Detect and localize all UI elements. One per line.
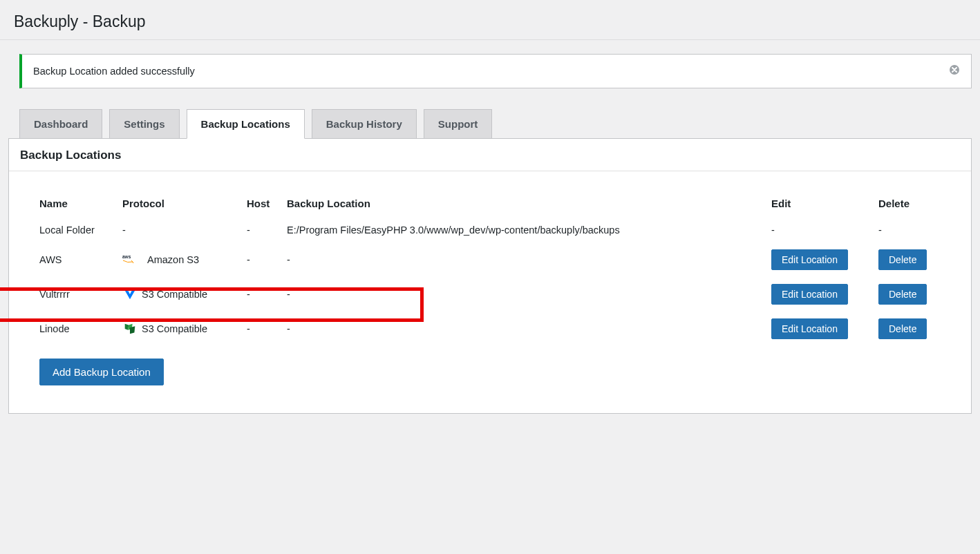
page-title: Backuply - Backup: [0, 0, 980, 39]
cell-host: -: [247, 312, 287, 346]
cell-location: -: [287, 277, 771, 312]
cell-edit: -: [771, 218, 878, 242]
panel-heading: Backup Locations: [9, 139, 971, 171]
cell-host: -: [247, 218, 287, 242]
cell-delete: -: [878, 218, 941, 242]
tab-dashboard[interactable]: Dashboard: [19, 109, 102, 139]
col-location: Backup Location: [287, 192, 771, 218]
cell-edit: Edit Location: [771, 312, 878, 346]
cell-delete: Delete: [878, 277, 941, 312]
col-host: Host: [247, 192, 287, 218]
locations-table: Name Protocol Host Backup Location Edit …: [39, 192, 941, 346]
col-delete: Delete: [878, 192, 941, 218]
edit-location-button[interactable]: Edit Location: [771, 284, 848, 305]
vultr-icon: [122, 287, 138, 302]
delete-button[interactable]: Delete: [878, 318, 927, 339]
close-icon[interactable]: [949, 64, 960, 78]
cell-location: -: [287, 312, 771, 346]
delete-button[interactable]: Delete: [878, 249, 927, 270]
backup-locations-panel: Backup Locations Name Protocol Host Back…: [8, 138, 972, 414]
cell-delete: Delete: [878, 242, 941, 277]
cell-protocol: aws Amazon S3: [122, 242, 247, 277]
cell-delete: Delete: [878, 312, 941, 346]
delete-button[interactable]: Delete: [878, 284, 927, 305]
cell-protocol: -: [122, 218, 247, 242]
table-row: Linode S3 Compatible - - Edit Location D…: [39, 312, 941, 346]
edit-location-button[interactable]: Edit Location: [771, 318, 848, 339]
tab-settings[interactable]: Settings: [109, 109, 179, 139]
cell-location: -: [287, 242, 771, 277]
notice-text: Backup Location added successfully: [33, 66, 195, 77]
tab-support[interactable]: Support: [424, 109, 493, 139]
cell-host: -: [247, 242, 287, 277]
cell-protocol: S3 Compatible: [122, 312, 247, 346]
cell-edit: Edit Location: [771, 242, 878, 277]
protocol-label: Amazon S3: [147, 254, 199, 265]
protocol-label: S3 Compatible: [142, 289, 207, 300]
cell-name: Vultrrrr: [39, 277, 122, 312]
svg-text:aws: aws: [122, 254, 131, 259]
tab-backup-history[interactable]: Backup History: [312, 109, 417, 139]
cell-name: Local Folder: [39, 218, 122, 242]
edit-location-button[interactable]: Edit Location: [771, 249, 848, 270]
tab-backup-locations[interactable]: Backup Locations: [187, 109, 305, 139]
cell-name: Linode: [39, 312, 122, 346]
tabs: Dashboard Settings Backup Locations Back…: [19, 109, 980, 139]
success-notice: Backup Location added successfully: [19, 54, 972, 88]
protocol-label: S3 Compatible: [142, 323, 207, 334]
title-divider: [0, 39, 980, 40]
aws-icon: aws: [122, 253, 143, 267]
add-backup-location-button[interactable]: Add Backup Location: [39, 359, 164, 385]
cell-protocol: S3 Compatible: [122, 277, 247, 312]
table-row: Vultrrrr S3 Compatible - - Edit Location…: [39, 277, 941, 312]
col-edit: Edit: [771, 192, 878, 218]
cell-edit: Edit Location: [771, 277, 878, 312]
linode-icon: [122, 321, 138, 336]
col-protocol: Protocol: [122, 192, 247, 218]
table-row: AWS aws Amazon S3 - - Edit Location Dele…: [39, 242, 941, 277]
table-row: Local Folder - - E:/Program Files/EasyPH…: [39, 218, 941, 242]
cell-name: AWS: [39, 242, 122, 277]
cell-location: E:/Program Files/EasyPHP 3.0/www/wp_dev/…: [287, 218, 771, 242]
cell-host: -: [247, 277, 287, 312]
col-name: Name: [39, 192, 122, 218]
